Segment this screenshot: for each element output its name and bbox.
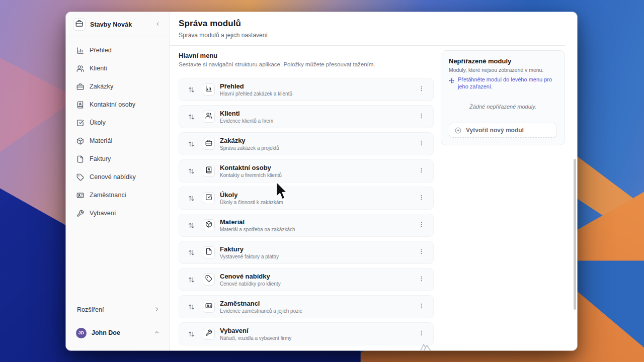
kebab-icon [418,276,425,284]
scrollbar[interactable] [574,159,576,310]
kebab-icon [418,194,425,202]
module-card-klienti[interactable]: Klienti Evidence klientů a firem [179,105,434,128]
sidebar-item-ukoly[interactable]: Úkoly [70,114,165,132]
tag-icon [205,275,212,284]
module-description: Správa zakázek a projektů [220,145,279,151]
sidebar: Stavby Novák Přehled Klienti Zakázky Kon… [66,12,170,350]
module-title: Vybavení [220,327,291,334]
move-icon [449,78,454,83]
module-title: Zakázky [220,137,279,144]
sidebar-item-label: Faktury [90,155,111,162]
drag-handle-icon[interactable] [188,114,195,120]
kebab-icon [418,221,425,229]
users-icon [76,65,84,72]
file-icon [205,248,212,257]
sidebar-item-klienti[interactable]: Klienti [70,59,165,77]
sidebar-item-prehled[interactable]: Přehled [70,41,165,59]
sidebar-item-vybaveni[interactable]: Vybavení [70,204,165,222]
drag-handle-icon[interactable] [188,141,195,147]
chart-column-icon [205,85,212,94]
sidebar-item-label: Cenové nabídky [90,173,136,180]
sidebar-item-label: Zakázky [90,83,113,90]
sidebar-collapse-button[interactable] [153,20,162,29]
briefcase-icon [76,83,84,90]
drag-handle-icon[interactable] [188,331,195,337]
user-menu[interactable]: JD John Doe [66,321,169,350]
sidebar-item-material[interactable]: Materiál [70,132,165,150]
drag-handle-icon[interactable] [188,86,195,93]
package-icon [76,137,84,145]
module-description: Hlavní přehled zakázek a klientů [220,91,292,97]
module-menu-button[interactable] [416,327,426,340]
sidebar-item-zamestnanci[interactable]: Zaměstnanci [70,186,165,204]
module-title: Zaměstnanci [220,300,302,307]
sidebar-item-label: Zaměstnanci [90,192,126,199]
module-card-kontaktni-osoby[interactable]: Kontaktní osoby Kontakty u firemních kli… [179,159,434,183]
drag-handle-icon[interactable] [188,168,195,174]
square-check-icon [205,194,212,203]
module-card-vybaveni[interactable]: Vybavení Nářadí, vozidla a vybavení firm… [179,322,434,345]
module-title: Kontaktní osoby [220,164,282,171]
chart-column-icon [76,47,84,54]
drag-handle-icon[interactable] [188,222,195,229]
module-description: Materiál a spotřeba na zakázkách [220,227,295,232]
kebab-icon [418,330,425,338]
drag-handle-icon[interactable] [188,304,195,310]
kebab-icon [418,167,425,175]
module-card-cenove-nabidky[interactable]: Cenové nabídky Cenové nabídky pro klient… [179,268,434,291]
sidebar-item-cenove-nabidky[interactable]: Cenové nabídky [70,168,165,186]
sidebar-item-kontaktni-osoby[interactable]: Kontaktní osoby [70,96,165,114]
package-icon [205,221,212,230]
module-card-zakazky[interactable]: Zakázky Správa zakázek a projektů [179,132,434,155]
module-card-faktury[interactable]: Faktury Vystavené faktury a platby [179,241,434,264]
empty-state-text: Žádné nepřiřazené moduly. [449,104,557,110]
file-icon [76,155,84,163]
module-card-zamestnanci[interactable]: Zaměstnanci Evidence zaměstnanců a jejic… [179,295,434,318]
kebab-icon [418,85,425,94]
book-user-icon [205,166,212,175]
module-title: Úkoly [220,191,283,199]
module-card-material[interactable]: Materiál Materiál a spotřeba na zakázkác… [179,214,434,237]
module-menu-button[interactable] [416,164,426,177]
module-title: Přehled [220,82,292,90]
drag-hint-text: Přetáhněte modul do levého menu pro jeho… [458,76,557,90]
module-menu-button[interactable] [416,273,426,286]
module-list: Přehled Hlavní přehled zakázek a klientů… [179,78,434,345]
app-window: Stavby Novák Přehled Klienti Zakázky Kon… [66,12,577,350]
sidebar-item-label: Materiál [90,137,112,144]
wrench-icon [205,329,212,338]
app-logo [73,18,86,31]
chevron-right-icon [154,305,160,314]
sidebar-item-zakazky[interactable]: Zakázky [70,77,165,96]
drag-hint: Přetáhněte modul do levého menu pro jeho… [449,76,557,90]
module-description: Úkoly a činnosti k zakázkám [220,200,283,205]
drag-handle-icon[interactable] [188,277,195,283]
module-card-prehled[interactable]: Přehled Hlavní přehled zakázek a klientů [179,78,434,101]
module-menu-button[interactable] [416,137,426,150]
create-module-label: Vytvořit nový modul [466,127,524,134]
square-check-icon [76,119,84,127]
module-menu-button[interactable] [416,83,426,96]
module-menu-button[interactable] [416,300,426,313]
drag-handle-icon[interactable] [188,249,195,256]
users-icon [205,112,212,121]
module-menu-button[interactable] [416,219,426,232]
create-module-button[interactable]: Vytvořit nový modul [449,123,557,138]
avatar: JD [76,328,87,338]
unassigned-modules-panel: Nepřiřazené moduly Moduly, které nejsou … [441,50,565,145]
panel-subtitle: Moduly, které nejsou zobrazené v menu. [449,67,557,73]
module-description: Vystavené faktury a platby [220,254,279,259]
kebab-icon [418,303,425,311]
module-title: Faktury [220,245,279,253]
extensions-label: Rozšíření [77,306,104,313]
kebab-icon [418,113,425,121]
sidebar-item-rozsireni[interactable]: Rozšíření [66,299,169,321]
module-menu-button[interactable] [416,110,426,123]
module-card-ukoly[interactable]: Úkoly Úkoly a činnosti k zakázkám [179,187,434,210]
page-header: Správa modulů Správa modulů a jejich nas… [170,12,577,45]
module-menu-button[interactable] [416,192,426,205]
module-menu-button[interactable] [416,246,426,259]
section-description: Sestavte si navigační strukturu aplikace… [179,61,434,67]
drag-handle-icon[interactable] [188,195,195,202]
sidebar-item-faktury[interactable]: Faktury [70,150,165,168]
